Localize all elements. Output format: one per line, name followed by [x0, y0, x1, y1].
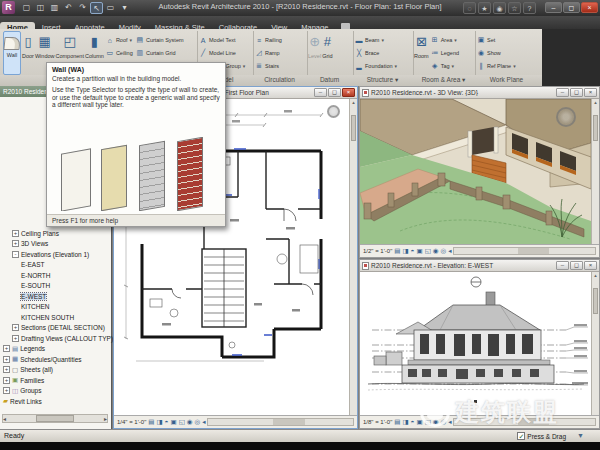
reveal-hidden-icon[interactable]: ◎ — [441, 247, 447, 255]
child-close-button[interactable]: × — [584, 261, 597, 270]
tree-expander-icon[interactable]: + — [3, 345, 10, 352]
tree-expander-icon[interactable]: + — [3, 387, 10, 394]
elevation-window-titlebar[interactable]: R2010 Residence.rvt - Elevation: E-WEST … — [360, 260, 599, 272]
child-minimize-button[interactable]: – — [314, 88, 327, 97]
temporary-hide-icon[interactable]: ◉ — [433, 247, 439, 255]
3d-view-window-titlebar[interactable]: R2010 Residence.rvt - 3D View: {3D} – ◻ … — [360, 87, 599, 99]
floor-plan-horizontal-scrollbar[interactable] — [207, 418, 354, 426]
elevation-vertical-scrollbar[interactable]: ▴ — [591, 272, 599, 415]
model-graphics-style-icon[interactable]: ◨ — [402, 247, 408, 255]
ramp-button[interactable]: ◿Ramp — [254, 47, 283, 59]
tree-expander-icon[interactable]: + — [12, 240, 19, 247]
model-line-button[interactable]: ╱Model Line — [198, 47, 246, 59]
scale-label[interactable]: 1/8" = 1'-0" — [363, 419, 392, 425]
railing-button[interactable]: ≡Railing — [254, 34, 283, 46]
scroll-left-icon[interactable]: ◂ — [448, 418, 451, 426]
scroll-left-arrow-icon[interactable]: ◂ — [3, 415, 6, 422]
tree-item-sections-detail-section-[interactable]: +Sections (DETAIL SECTION) — [0, 323, 111, 334]
open-icon[interactable]: ▢ — [20, 2, 33, 14]
ref-plane-button[interactable]: ∥Ref Plane▾ — [476, 60, 517, 72]
reveal-hidden-icon[interactable]: ◎ — [441, 418, 447, 426]
press-and-drag-checkbox[interactable]: ✓ — [517, 432, 525, 440]
brace-button[interactable]: ╳Brace — [354, 47, 398, 59]
stairs-button[interactable]: ≣Stairs — [254, 60, 283, 72]
browser-horizontal-scrollbar[interactable]: ◂ ▸ — [2, 414, 108, 423]
model-text-button[interactable]: AModel Text — [198, 34, 246, 46]
3d-view-vertical-scrollbar[interactable]: ▴ — [591, 99, 599, 244]
tree-item-schedules-quantities[interactable]: +▦Schedules/Quantities — [0, 354, 111, 365]
detail-level-icon[interactable]: ▤ — [148, 418, 154, 426]
show-crop-icon[interactable]: ◱ — [425, 418, 431, 426]
child-restore-button[interactable]: ◻ — [328, 88, 341, 97]
tree-expander-icon[interactable]: + — [3, 366, 10, 373]
maximize-button[interactable]: ◻ — [563, 2, 580, 13]
shadows-icon[interactable]: ◓ — [411, 418, 415, 426]
child-close-button[interactable]: × — [342, 88, 355, 97]
wall-button[interactable]: Wall — [3, 31, 21, 75]
detail-level-icon[interactable]: ▤ — [394, 247, 400, 255]
scrollbar-handle[interactable] — [36, 415, 74, 422]
tree-item-groups[interactable]: +◫Groups — [0, 386, 111, 397]
scroll-left-icon[interactable]: ◂ — [448, 247, 451, 255]
tree-item-drafting-views-callout-typ-[interactable]: +Drafting Views (CALLOUT TYP) — [0, 333, 111, 344]
scale-label[interactable]: 1/2" = 1'-0" — [363, 248, 392, 254]
elevation-horizontal-scrollbar[interactable] — [453, 418, 596, 426]
tree-item-e-west[interactable]: E-WEST — [0, 291, 111, 302]
steering-wheel-icon[interactable] — [556, 107, 576, 127]
3d-view-canvas[interactable] — [360, 99, 591, 244]
group-label-circulation[interactable]: Circulation — [253, 76, 306, 83]
tree-item-kitchen-south[interactable]: KITCHEN SOUTH — [0, 312, 111, 323]
group-label-datum[interactable]: Datum — [307, 76, 352, 83]
curtain-system-button[interactable]: ▤Curtain System — [135, 34, 185, 46]
tree-expander-icon[interactable]: + — [3, 356, 10, 363]
scroll-right-arrow-icon[interactable]: ▸ — [104, 415, 107, 422]
tree-item-ceiling-plans[interactable]: +Ceiling Plans — [0, 228, 111, 239]
favorites-icon[interactable]: ☆ — [508, 2, 521, 14]
tree-expander-icon[interactable]: + — [12, 324, 19, 331]
grid-button[interactable]: #Grid — [322, 31, 332, 75]
show-button[interactable]: ◉Show — [476, 47, 517, 59]
detail-level-icon[interactable]: ▤ — [394, 418, 400, 426]
press-and-drag-toggle[interactable]: ✓ Press & Drag — [517, 432, 566, 440]
help-icon[interactable]: ? — [523, 2, 536, 14]
search-icon[interactable]: ◌ — [463, 2, 476, 14]
tree-expander-icon[interactable]: + — [3, 377, 10, 384]
tree-item-revit-links[interactable]: ▰Revit Links — [0, 396, 111, 407]
redo-icon[interactable]: ↷ — [76, 2, 89, 14]
tree-item-e-east[interactable]: E-EAST — [0, 260, 111, 271]
communication-center-icon[interactable]: ◉ — [493, 2, 506, 14]
tree-item-families[interactable]: +▣Families — [0, 375, 111, 386]
tree-item-sheets-all-[interactable]: +▢Sheets (all) — [0, 365, 111, 376]
scale-label[interactable]: 1/4" = 1'-0" — [117, 419, 146, 425]
child-close-button[interactable]: × — [584, 88, 597, 97]
reveal-hidden-icon[interactable]: ◎ — [195, 418, 201, 426]
child-restore-button[interactable]: ◻ — [570, 88, 583, 97]
temporary-hide-icon[interactable]: ◉ — [187, 418, 193, 426]
model-graphics-style-icon[interactable]: ◨ — [402, 418, 408, 426]
tree-expander-icon[interactable]: + — [12, 230, 19, 237]
shadows-icon[interactable]: ◓ — [411, 247, 415, 255]
tree-expander-icon[interactable]: + — [12, 335, 19, 342]
crop-region-icon[interactable]: ▣ — [417, 247, 423, 255]
show-crop-icon[interactable]: ◱ — [179, 418, 185, 426]
3d-view-horizontal-scrollbar[interactable] — [453, 247, 596, 255]
group-label-work-plane[interactable]: Work Plane — [475, 76, 538, 83]
floor-plan-vertical-scrollbar[interactable]: ▴ — [349, 99, 357, 415]
tree-item-3d-views[interactable]: +3D Views — [0, 239, 111, 250]
shadows-icon[interactable]: ◓ — [165, 418, 169, 426]
revit-menu-button[interactable]: R — [2, 1, 15, 14]
model-graphics-style-icon[interactable]: ◨ — [156, 418, 162, 426]
door-button[interactable]: ▯Door — [22, 31, 34, 75]
close-button[interactable]: × — [581, 2, 598, 13]
temporary-hide-icon[interactable]: ◉ — [433, 418, 439, 426]
area-button[interactable]: ⊞Area▾ — [430, 34, 460, 46]
minimize-button[interactable]: – — [545, 2, 562, 13]
crop-region-icon[interactable]: ▣ — [171, 418, 177, 426]
editable-only-filter-icon[interactable]: ▼ — [577, 432, 584, 439]
group-label-structure[interactable]: Structure ▾ — [353, 76, 412, 84]
steering-wheel-icon[interactable] — [327, 105, 340, 118]
tree-item-e-north[interactable]: E-NORTH — [0, 270, 111, 281]
foundation-button[interactable]: ▂Foundation▾ — [354, 60, 398, 72]
group-label-room-area[interactable]: Room & Area ▾ — [413, 76, 474, 84]
tree-expander-icon[interactable]: - — [12, 251, 19, 258]
